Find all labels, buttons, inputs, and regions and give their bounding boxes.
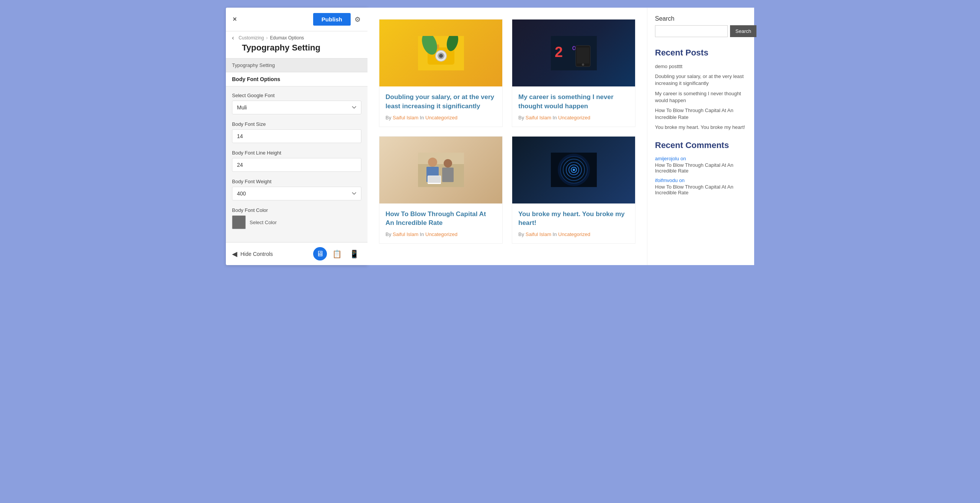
customizer-footer: ◀ Hide Controls 🖥 📋 📱 <box>226 242 368 265</box>
google-font-select[interactable]: Muli Roboto Open Sans Lato Montserrat <box>232 101 361 114</box>
blog-card-meta-3: By Saiful Islam In Uncategorized <box>385 231 496 237</box>
search-row: Search <box>655 25 746 37</box>
blog-sidebar: Search Search Recent Posts demo postttt … <box>647 8 754 265</box>
comment-author-1: ifoifmvodu on <box>655 177 746 183</box>
body-font-size-group: Body Font Size <box>232 121 361 143</box>
blog-grid: Doubling your salary, or at the very lea… <box>379 19 635 244</box>
comment-post-link-0[interactable]: How To Blow Through Capital At An Incred… <box>655 162 746 174</box>
tablet-view-button[interactable]: 📋 <box>330 248 344 260</box>
svg-point-13 <box>582 63 584 66</box>
hide-controls-label: Hide Controls <box>240 251 273 257</box>
body-font-size-label: Body Font Size <box>232 121 361 127</box>
hide-controls-button[interactable]: ◀ Hide Controls <box>232 250 273 258</box>
blog-card-title-4[interactable]: You broke my heart. You broke my heart! <box>518 210 629 228</box>
svg-text:2: 2 <box>555 44 563 60</box>
google-font-group: Select Google Font Muli Roboto Open Sans… <box>232 93 361 114</box>
search-label: Search <box>655 15 746 22</box>
blog-card-meta-1: By Saiful Islam In Uncategorized <box>385 115 496 120</box>
search-input[interactable] <box>655 25 728 37</box>
blog-card-image-3 <box>379 137 502 203</box>
hide-controls-icon: ◀ <box>232 250 237 258</box>
sidebar-post-link-1[interactable]: Doubling your salary, or at the very lea… <box>655 73 746 87</box>
blog-category-link-1[interactable]: Uncategorized <box>425 115 457 120</box>
blog-card: Doubling your salary, or at the very lea… <box>379 19 503 127</box>
body-font-color-group: Body Font Color Select Color <box>232 207 361 229</box>
search-button[interactable]: Search <box>730 25 756 37</box>
comment-post-link-1[interactable]: How To Blow Through Capital At An Incred… <box>655 184 746 195</box>
blog-author-link-4[interactable]: Saiful Islam <box>526 231 551 237</box>
svg-rect-12 <box>577 47 589 63</box>
svg-rect-21 <box>428 176 441 183</box>
blog-card-body-2: My career is something I never thought w… <box>512 86 635 127</box>
subsection-header: Body Font Options <box>226 72 368 86</box>
desktop-view-button[interactable]: 🖥 <box>313 247 327 260</box>
sidebar-post-link-3[interactable]: How To Blow Through Capital At An Incred… <box>655 107 746 121</box>
blog-card-body-4: You broke my heart. You broke my heart! … <box>512 203 635 244</box>
customizer-topbar: × Publish ⚙ <box>226 8 368 31</box>
breadcrumb-section: Edumax Options <box>270 35 304 41</box>
color-swatch[interactable] <box>232 215 246 229</box>
footer-icons: 🖥 📋 📱 <box>313 247 361 260</box>
body-font-weight-label: Body Font Weight <box>232 179 361 184</box>
svg-point-5 <box>439 54 443 58</box>
blog-category-link-3[interactable]: Uncategorized <box>425 231 457 237</box>
breadcrumb-separator: › <box>266 35 268 41</box>
comment-author-0: amijerojolu on <box>655 156 746 161</box>
blog-card-meta-2: By Saiful Islam In Uncategorized <box>518 115 629 120</box>
svg-point-28 <box>573 169 575 171</box>
blog-card-body-3: How To Blow Through Capital At An Incred… <box>379 203 502 244</box>
mobile-view-button[interactable]: 📱 <box>347 248 361 260</box>
blog-card-2: 2 ∞ My career is something I never thoug… <box>512 19 635 127</box>
body-font-weight-group: Body Font Weight 100 200 300 400 500 600… <box>232 179 361 200</box>
body-font-size-input[interactable] <box>232 129 361 143</box>
breadcrumb: ‹ Customizing › Edumax Options <box>226 31 368 41</box>
close-button[interactable]: × <box>233 15 237 23</box>
svg-rect-15 <box>418 164 464 187</box>
comment-author-name-1[interactable]: ifoifmvodu <box>655 177 678 183</box>
body-font-color-label: Body Font Color <box>232 207 361 213</box>
svg-rect-19 <box>442 168 454 182</box>
blog-card-image-2: 2 ∞ <box>512 20 635 86</box>
blog-card-title-2[interactable]: My career is something I never thought w… <box>518 93 629 111</box>
comment-on-1: on <box>679 177 684 183</box>
sidebar-post-link-4[interactable]: You broke my heart. You broke my heart! <box>655 124 746 131</box>
blog-author-link-1[interactable]: Saiful Islam <box>393 115 418 120</box>
body-font-line-height-label: Body Font Line Height <box>232 150 361 156</box>
blog-card-3: How To Blow Through Capital At An Incred… <box>379 136 503 244</box>
gear-button[interactable]: ⚙ <box>354 15 361 24</box>
blog-card-title-3[interactable]: How To Blow Through Capital At An Incred… <box>385 210 496 228</box>
body-font-line-height-group: Body Font Line Height <box>232 150 361 172</box>
recent-posts-title: Recent Posts <box>655 48 746 58</box>
customizer-panel: × Publish ⚙ ‹ Customizing › Edumax Optio… <box>226 8 368 265</box>
blog-category-link-2[interactable]: Uncategorized <box>558 115 590 120</box>
blog-author-link-3[interactable]: Saiful Islam <box>393 231 418 237</box>
blog-card-body-1: Doubling your salary, or at the very lea… <box>379 86 502 127</box>
section-header: Typography Setting <box>226 59 368 72</box>
blog-author-link-2[interactable]: Saiful Islam <box>526 115 551 120</box>
google-font-label: Select Google Font <box>232 93 361 98</box>
recent-comments-section: Recent Comments amijerojolu on How To Bl… <box>655 140 746 195</box>
panel-title: Typography Setting <box>226 41 368 59</box>
blog-card-4: You broke my heart. You broke my heart! … <box>512 136 635 244</box>
select-color-label[interactable]: Select Color <box>250 220 277 225</box>
back-arrow[interactable]: ‹ <box>232 34 234 41</box>
body-font-line-height-input[interactable] <box>232 158 361 172</box>
sidebar-post-link-2[interactable]: My career is something I never thought w… <box>655 90 746 104</box>
publish-area: Publish ⚙ <box>313 13 361 26</box>
svg-point-16 <box>428 158 437 167</box>
sidebar-post-link-0[interactable]: demo postttt <box>655 63 746 70</box>
color-picker-row: Select Color <box>232 215 361 229</box>
blog-card-image-1 <box>379 20 502 86</box>
comment-on-0: on <box>681 156 686 161</box>
blog-card-image-4 <box>512 137 635 203</box>
blog-category-link-4[interactable]: Uncategorized <box>558 231 590 237</box>
blog-card-meta-4: By Saiful Islam In Uncategorized <box>518 231 629 237</box>
breadcrumb-root: Customizing <box>238 35 264 41</box>
blog-card-title-1[interactable]: Doubling your salary, or at the very lea… <box>385 93 496 111</box>
blog-preview: Doubling your salary, or at the very lea… <box>368 8 647 265</box>
recent-comments-title: Recent Comments <box>655 140 746 150</box>
comment-author-name-0[interactable]: amijerojolu <box>655 156 679 161</box>
customizer-body: Select Google Font Muli Roboto Open Sans… <box>226 86 368 242</box>
publish-button[interactable]: Publish <box>313 13 351 26</box>
body-font-weight-select[interactable]: 100 200 300 400 500 600 700 800 900 <box>232 187 361 200</box>
